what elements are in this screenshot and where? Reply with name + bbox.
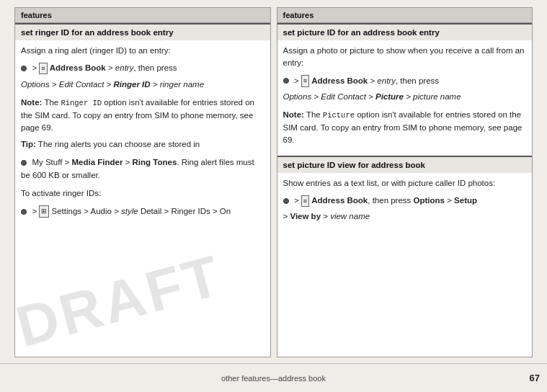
right-section1-body: Assign a photo or picture to show when y… xyxy=(277,40,533,156)
options-path-right: Options > Edit Contact > Picture > pictu… xyxy=(283,92,461,101)
picture-label: Picture xyxy=(323,111,355,120)
right-section2-body: Show entries as a text list, or with pic… xyxy=(277,173,533,231)
view-name-label: view name xyxy=(330,212,370,220)
address-book-label: Address Book xyxy=(50,63,106,72)
left-para1: Assign a ring alert (ringer ID) to an en… xyxy=(21,45,264,57)
content-area: features set ringer ID for an address bo… xyxy=(0,0,547,357)
setup-label: Setup xyxy=(454,196,477,205)
address-book-icon: ≡ xyxy=(39,63,47,74)
footer: other features—address book 67 xyxy=(0,363,547,392)
address-book-icon-right2: ≡ xyxy=(301,195,309,207)
nav-dot-right2 xyxy=(283,198,289,204)
note-label: Note: xyxy=(21,98,42,107)
left-tip-line2: My Stuff > Media Finder > Ring Tones. Ri… xyxy=(21,156,264,182)
left-section1-heading: set ringer ID for an address book entry xyxy=(15,23,270,40)
entry-label-right: entry xyxy=(377,76,396,85)
right-section2-para1: Show entries as a text list, or with pic… xyxy=(283,177,527,190)
view-by-label: View by xyxy=(290,212,321,220)
right-section1-heading: set picture ID for an address book entry xyxy=(277,23,533,40)
left-section1-body: Assign a ring alert (ringer ID) to an en… xyxy=(15,40,270,225)
left-tip: Tip: The ring alerts you can choose are … xyxy=(21,138,264,151)
left-panel-header: features xyxy=(15,8,270,23)
options-path: Options > Edit Contact > Ringer ID > rin… xyxy=(21,80,204,89)
right-section2-instruction: > ≡ Address Book, then press Options > S… xyxy=(283,194,527,207)
page-container: DRAFT features set ringer ID for an addr… xyxy=(0,0,547,392)
right-instruction1-line2: Options > Edit Contact > Picture > pictu… xyxy=(283,90,527,103)
left-panel: features set ringer ID for an address bo… xyxy=(14,7,271,357)
footer-center-text: other features—address book xyxy=(221,374,326,383)
nav-dot-icon3 xyxy=(21,209,27,215)
entry-label: entry xyxy=(115,63,134,72)
nav-dot-icon xyxy=(21,66,27,71)
address-book-label-right: Address Book xyxy=(311,76,368,85)
right-section2-heading: set picture ID view for address book xyxy=(277,156,533,173)
right-panel-header: features xyxy=(277,8,533,23)
right-note: Note: The Picture option isn't available… xyxy=(283,109,527,146)
settings-icon: ⊞ xyxy=(39,205,49,217)
left-activate-label: To activate ringer IDs: xyxy=(21,187,264,200)
left-activate-instruction: > ⊞ Settings > Audio > style Detail > Ri… xyxy=(21,205,264,218)
right-section2-line2: > View by > view name xyxy=(283,210,527,223)
options-label: Options xyxy=(414,196,445,205)
address-book-icon-right: ≡ xyxy=(301,75,309,86)
right-instruction1: > ≡ Address Book > entry, then press xyxy=(283,74,527,87)
footer-page-number: 67 xyxy=(530,373,540,383)
left-instruction1-line2: Options > Edit Contact > Ringer ID > rin… xyxy=(21,78,264,91)
left-note: Note: The Ringer ID option isn't availab… xyxy=(21,97,264,134)
ring-tones-label: Ring Tones xyxy=(133,158,177,166)
style-label: style xyxy=(121,207,138,215)
address-book-label-right2: Address Book xyxy=(311,196,368,205)
note-label-right: Note: xyxy=(283,110,304,119)
right-panel: features set picture ID for an address b… xyxy=(277,7,533,357)
nav-dot-icon2 xyxy=(21,160,27,166)
ringer-id-label: Ringer ID xyxy=(61,99,102,107)
media-finder-label: Media Finder xyxy=(71,158,123,166)
right-para1: Assign a photo or picture to show when y… xyxy=(283,45,527,70)
tip-label: Tip: xyxy=(21,140,36,148)
left-instruction1: > ≡ Address Book > entry, then press xyxy=(21,61,264,74)
nav-dot-right1 xyxy=(283,78,289,84)
